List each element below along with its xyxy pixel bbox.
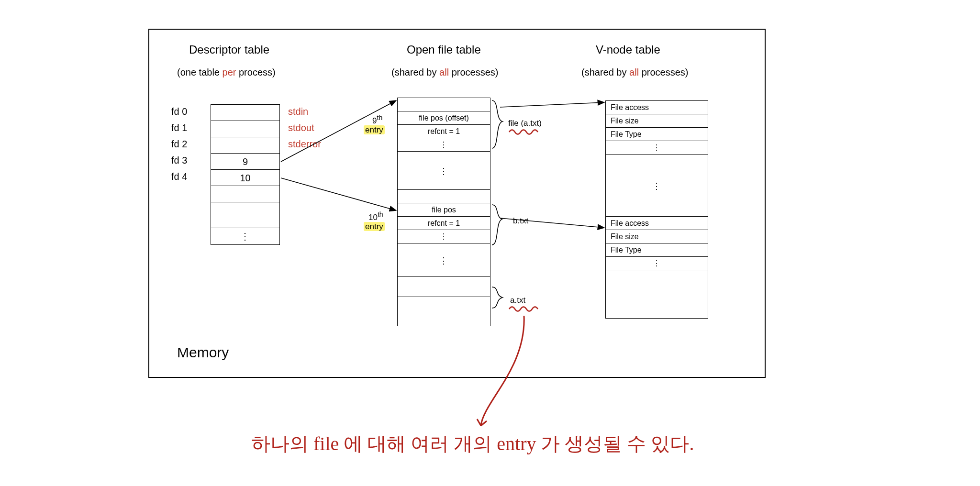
fd-label-1: fd 1: [171, 122, 187, 133]
fd-label-4: fd 4: [171, 171, 187, 182]
stderror-label: stderror: [288, 139, 321, 150]
descriptor-table: 9 10 ⋮: [211, 104, 280, 245]
vnode-subtitle: (shared by all processes): [581, 67, 688, 78]
file-b-label: b.txt: [513, 216, 528, 226]
vn-row-bottom: [606, 270, 708, 318]
fd-row-dots: ⋮: [211, 228, 279, 244]
vn-row-size2: File size: [606, 230, 708, 243]
stdout-label: stdout: [288, 122, 314, 133]
oft-row-atxt2: [398, 277, 490, 297]
oft-row-bottom: [398, 297, 490, 326]
vn-row-type1: File Type: [606, 128, 708, 141]
vn-row-access1: File access: [606, 101, 708, 114]
vn-row-dots1: ⋮: [606, 141, 708, 155]
fd-row-6: [211, 202, 279, 228]
bottom-caption: 하나의 file 에 대해 여러 개의 entry 가 생성될 수 있다.: [251, 431, 694, 457]
entry-10-label: 10th: [368, 210, 383, 222]
fd-row-5: [211, 186, 279, 202]
oft-row-gap1: ⋮: [398, 152, 490, 190]
stdin-label: stdin: [288, 106, 308, 117]
fd-row-3: 9: [211, 154, 279, 170]
oft-row-top: [398, 98, 490, 111]
openfile-table: file pos (offset) refcnt = 1 ⋮ ⋮ file po…: [397, 98, 490, 326]
fd-row-1: [211, 121, 279, 137]
vnode-table: File access File size File Type ⋮ ⋮ File…: [605, 100, 708, 319]
oft-row-dots1: ⋮: [398, 138, 490, 152]
descriptor-title: Descriptor table: [189, 43, 269, 56]
entry-9-label: 9th: [372, 114, 382, 126]
fd-label-3: fd 3: [171, 155, 187, 166]
memory-label: Memory: [177, 344, 229, 361]
openfile-subtitle: (shared by all processes): [391, 67, 498, 78]
oft-row-refcnt1: refcnt = 1: [398, 125, 490, 138]
entry-9-word: entry: [364, 125, 385, 135]
oft-row-filepos1: file pos (offset): [398, 111, 490, 125]
vn-row-access2: File access: [606, 217, 708, 230]
openfile-title: Open file table: [407, 43, 481, 56]
oft-row-gap2: ⋮: [398, 243, 490, 277]
descriptor-subtitle: (one table per process): [177, 67, 276, 78]
entry-10-word: entry: [364, 222, 385, 232]
vn-row-gap: ⋮: [606, 155, 708, 217]
oft-row-top2: [398, 190, 490, 203]
fd-label-2: fd 2: [171, 139, 187, 150]
oft-row-dots2: ⋮: [398, 230, 490, 243]
vn-row-size1: File size: [606, 114, 708, 128]
vnode-title: V-node table: [596, 43, 660, 56]
fd-row-2: [211, 137, 279, 154]
vn-row-type2: File Type: [606, 243, 708, 257]
fd-row-0: [211, 105, 279, 121]
vn-row-dots2: ⋮: [606, 257, 708, 270]
oft-row-filepos2: file pos: [398, 203, 490, 217]
file-a-label: file (a.txt): [508, 119, 542, 128]
fd-row-4: 10: [211, 170, 279, 186]
file-a2-label: a.txt: [510, 296, 525, 305]
fd-label-0: fd 0: [171, 106, 187, 117]
oft-row-refcnt2: refcnt = 1: [398, 217, 490, 230]
